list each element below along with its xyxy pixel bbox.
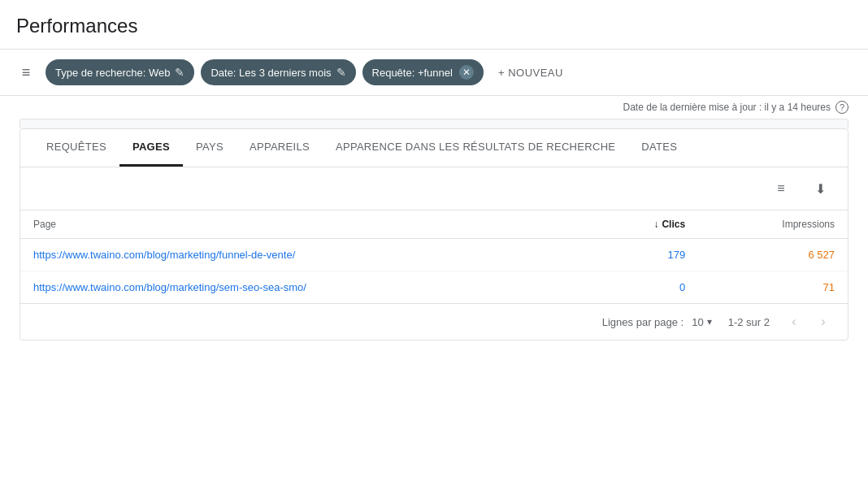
rows-per-page-value: 10 <box>692 316 703 328</box>
filter-icon: ≡ <box>22 64 31 81</box>
cell-impressions-1: 6 527 <box>698 239 848 271</box>
tabs-row: REQUÊTES PAGES PAYS APPAREILS APPARENCE … <box>20 129 848 167</box>
chevron-down-icon: ▾ <box>707 316 712 327</box>
cell-impressions-2: 71 <box>698 271 848 304</box>
pagination-row: Lignes par page : 10 ▾ 1-2 sur 2 ‹ › <box>20 303 848 340</box>
page-range: 1-2 sur 2 <box>728 316 770 328</box>
cell-clics-2: 0 <box>589 271 698 304</box>
tab-pages[interactable]: PAGES <box>119 129 183 167</box>
col-header-page: Page <box>20 210 589 239</box>
next-icon: › <box>821 314 825 329</box>
rows-per-page-select[interactable]: 10 ▾ <box>688 314 714 330</box>
tab-appareils[interactable]: APPAREILS <box>237 129 323 167</box>
edit-icon-date: ✎ <box>336 66 346 79</box>
filter-toggle-button[interactable]: ≡ <box>13 59 39 85</box>
main-content: REQUÊTES PAGES PAYS APPAREILS APPARENCE … <box>0 119 868 353</box>
toolbar-row: ≡ ⬇ <box>20 167 848 210</box>
prev-page-button[interactable]: ‹ <box>783 310 805 333</box>
sort-clics: ↓ Clics <box>653 219 685 230</box>
add-filter-button[interactable]: + NOUVEAU <box>490 63 571 83</box>
scroll-indicator <box>20 119 848 128</box>
next-page-button[interactable]: › <box>812 310 835 333</box>
chip-label-requete: Requête: +funnel <box>372 67 453 79</box>
sort-down-icon: ↓ <box>653 219 658 230</box>
update-info-text: Date de la dernière mise à jour : il y a… <box>623 102 831 113</box>
page-header: Performances <box>0 0 868 50</box>
rows-per-page-label: Lignes par page : <box>602 316 684 328</box>
table-row: https://www.twaino.com/blog/marketing/fu… <box>20 239 848 271</box>
table-card: REQUÊTES PAGES PAYS APPAREILS APPARENCE … <box>20 128 848 340</box>
column-filter-icon: ≡ <box>777 181 784 196</box>
tab-pays[interactable]: PAYS <box>183 129 237 167</box>
data-table: Page ↓ Clics Impressions <box>20 210 848 303</box>
chip-label-date: Date: Les 3 derniers mois <box>210 67 331 79</box>
filter-chip-date[interactable]: Date: Les 3 derniers mois ✎ <box>201 59 355 85</box>
table-row: https://www.twaino.com/blog/marketing/se… <box>20 271 848 304</box>
filter-chip-search-type[interactable]: Type de recherche: Web ✎ <box>46 59 194 85</box>
download-icon: ⬇ <box>815 181 826 197</box>
table-header-row: Page ↓ Clics Impressions <box>20 210 848 239</box>
rows-per-page: Lignes par page : 10 ▾ <box>602 314 715 330</box>
col-header-clics[interactable]: ↓ Clics <box>589 210 698 239</box>
prev-icon: ‹ <box>792 314 796 329</box>
help-icon[interactable]: ? <box>835 101 848 114</box>
cell-page-2: https://www.twaino.com/blog/marketing/se… <box>20 271 589 304</box>
column-filter-button[interactable]: ≡ <box>766 174 796 203</box>
cell-page-1: https://www.twaino.com/blog/marketing/fu… <box>20 239 589 271</box>
edit-icon-search-type: ✎ <box>175 66 184 79</box>
update-info-bar: Date de la dernière mise à jour : il y a… <box>0 96 868 119</box>
pagination-controls: ‹ › <box>783 310 835 333</box>
filter-chip-requete[interactable]: Requête: +funnel ✕ <box>362 59 484 85</box>
tab-requetes[interactable]: REQUÊTES <box>33 129 119 167</box>
filter-bar: ≡ Type de recherche: Web ✎ Date: Les 3 d… <box>0 50 868 96</box>
chip-label-search-type: Type de recherche: Web <box>55 67 170 79</box>
download-button[interactable]: ⬇ <box>805 174 835 203</box>
tab-dates[interactable]: DATES <box>628 129 690 167</box>
tab-apparence[interactable]: APPARENCE DANS LES RÉSULTATS DE RECHERCH… <box>323 129 628 167</box>
close-icon-requete[interactable]: ✕ <box>459 65 474 80</box>
page-title: Performances <box>16 15 852 37</box>
add-filter-label: + NOUVEAU <box>498 67 563 79</box>
col-header-impressions: Impressions <box>698 210 848 239</box>
cell-clics-1: 179 <box>589 239 698 271</box>
